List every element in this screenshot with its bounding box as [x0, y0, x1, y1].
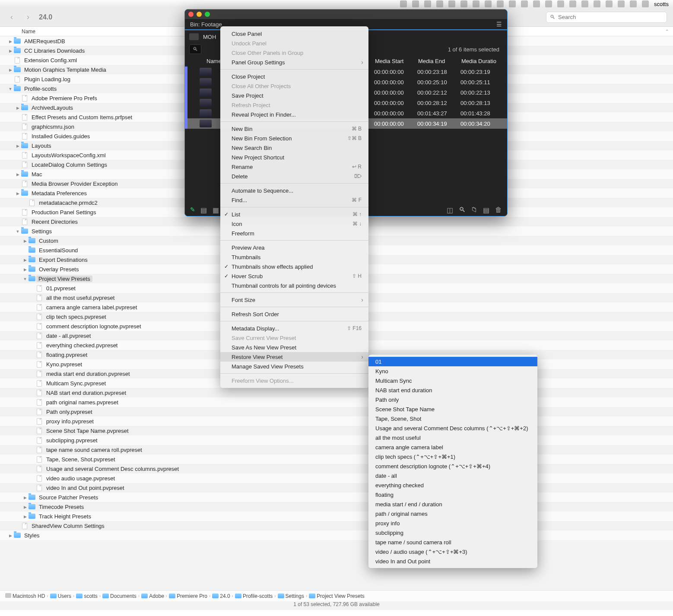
- submenu-item[interactable]: camera angle camera label: [368, 442, 537, 452]
- file-row[interactable]: Timecode Presets: [0, 502, 673, 511]
- menubar-icon[interactable]: [557, 0, 564, 7]
- find-icon[interactable]: 🔍︎: [459, 206, 466, 213]
- menu-item[interactable]: New Search Bin: [220, 143, 368, 152]
- file-row[interactable]: video In and Out point.pvpreset: [0, 483, 673, 492]
- submenu-item[interactable]: video / audio usage (⌃+⌥+⇧+⌘+3): [368, 547, 537, 556]
- file-row[interactable]: Usage and several Comment Desc columns.p…: [0, 464, 673, 473]
- close-window-button[interactable]: [188, 12, 194, 17]
- new-item-icon[interactable]: ▤: [483, 206, 490, 213]
- zoom-window-button[interactable]: [205, 12, 210, 17]
- file-row[interactable]: path original names.pvpreset: [0, 397, 673, 407]
- path-bar[interactable]: Macintosh HD›Users›scotts›Documents›Adob…: [0, 590, 673, 601]
- submenu-item[interactable]: path / original names: [368, 509, 537, 518]
- menu-item[interactable]: Hover Scrub⇧ H: [220, 271, 368, 281]
- disclosure-arrow-icon[interactable]: [22, 267, 28, 272]
- panel-menu-icon[interactable]: ☰: [496, 21, 502, 28]
- icon-view-icon[interactable]: ▦: [213, 206, 219, 213]
- file-row[interactable]: subclipping.pvpreset: [0, 435, 673, 445]
- menubar-icon[interactable]: [485, 0, 492, 7]
- menu-item[interactable]: Manage Saved View Presets: [220, 362, 368, 371]
- menu-item[interactable]: Save Project: [220, 91, 368, 100]
- menubar-icon[interactable]: [400, 0, 407, 7]
- file-row[interactable]: Styles: [0, 530, 673, 540]
- menu-item[interactable]: Save As New View Preset: [220, 343, 368, 352]
- submenu-item[interactable]: date - all: [368, 471, 537, 480]
- disclosure-arrow-icon[interactable]: [22, 514, 28, 519]
- menu-item[interactable]: Font Size: [220, 295, 368, 305]
- menubar-icon[interactable]: [545, 0, 552, 7]
- menu-item[interactable]: New Bin From Selection⇧⌘ B: [220, 133, 368, 143]
- search-input[interactable]: [558, 14, 663, 20]
- disclosure-arrow-icon[interactable]: [8, 86, 13, 91]
- menu-item[interactable]: Refresh Sort Order: [220, 309, 368, 319]
- submenu-item[interactable]: Usage and several Comment Desc columns (…: [368, 423, 537, 433]
- menubar-icon[interactable]: [509, 0, 516, 7]
- path-segment[interactable]: Users: [50, 593, 71, 599]
- menubar-icon[interactable]: [642, 0, 649, 7]
- menu-item[interactable]: Close Project: [220, 72, 368, 81]
- menu-item[interactable]: Panel Group Settings: [220, 57, 368, 67]
- disclosure-arrow-icon[interactable]: [15, 191, 20, 196]
- menu-item[interactable]: List⌘ ↑: [220, 210, 368, 219]
- submenu-item[interactable]: video In and Out point: [368, 556, 537, 566]
- submenu-item[interactable]: Multicam Sync: [368, 376, 537, 385]
- menu-item[interactable]: Automate to Sequence...: [220, 186, 368, 195]
- disclosure-arrow-icon[interactable]: [22, 276, 28, 281]
- trash-icon[interactable]: 🗑︎: [495, 206, 502, 213]
- menubar-icon[interactable]: [618, 0, 625, 7]
- submenu-item[interactable]: comment description lognote (⌃+⌥+⇧+⌘+4): [368, 461, 537, 471]
- search-field[interactable]: 🔍︎: [546, 12, 667, 23]
- submenu-item[interactable]: everything checked: [368, 480, 537, 490]
- disclosure-arrow-icon[interactable]: [8, 39, 13, 44]
- submenu-item[interactable]: 01: [368, 357, 537, 366]
- disclosure-arrow-icon[interactable]: [8, 48, 13, 53]
- disclosure-arrow-icon[interactable]: [22, 257, 28, 262]
- menu-item[interactable]: Delete⌦: [220, 171, 368, 181]
- submenu-item[interactable]: proxy info: [368, 518, 537, 528]
- menubar-icon[interactable]: [533, 0, 540, 7]
- disclosure-arrow-icon[interactable]: [15, 105, 20, 110]
- menubar-icon[interactable]: [581, 0, 588, 7]
- menubar-icon[interactable]: [521, 0, 528, 7]
- menu-item[interactable]: New Project Shortcut: [220, 152, 368, 162]
- menubar-icon[interactable]: [569, 0, 576, 7]
- menu-item[interactable]: Find...⌘ F: [220, 195, 368, 205]
- file-row[interactable]: Tape, Scene, Shot.pvpreset: [0, 454, 673, 464]
- menubar-icon[interactable]: [412, 0, 419, 7]
- menubar-icon[interactable]: [460, 0, 467, 7]
- menu-item[interactable]: Icon⌘ ↓: [220, 219, 368, 229]
- menubar-icon[interactable]: [473, 0, 479, 7]
- minimize-window-button[interactable]: [197, 12, 202, 17]
- zoom-slider-icon[interactable]: ◫: [447, 206, 454, 213]
- menu-item[interactable]: Thumbnails: [220, 252, 368, 262]
- disclosure-arrow-icon[interactable]: [15, 229, 20, 234]
- submenu-item[interactable]: subclipping: [368, 528, 537, 537]
- menu-item[interactable]: Restore View Preset: [220, 352, 368, 362]
- file-row[interactable]: NAB start end duration.pvpreset: [0, 388, 673, 397]
- menu-item[interactable]: Preview Area: [220, 243, 368, 252]
- path-segment[interactable]: scotts: [76, 593, 97, 599]
- menu-item[interactable]: Rename↩︎ R: [220, 162, 368, 171]
- submenu-item[interactable]: all the most useful: [368, 433, 537, 442]
- submenu-item[interactable]: tape name / sound camera roll: [368, 537, 537, 547]
- disclosure-arrow-icon[interactable]: [15, 143, 20, 148]
- file-row[interactable]: SharedView Column Settings: [0, 521, 673, 530]
- edit-pencil-icon[interactable]: ✎: [190, 206, 195, 213]
- path-segment[interactable]: Project View Presets: [309, 593, 365, 599]
- submenu-item[interactable]: floating: [368, 490, 537, 499]
- menu-item[interactable]: New Bin⌘ B: [220, 124, 368, 133]
- forward-button[interactable]: ›: [22, 12, 34, 23]
- submenu-item[interactable]: Tape, Scene, Shot: [368, 414, 537, 423]
- submenu-item[interactable]: NAB start end duration: [368, 385, 537, 395]
- menubar-icon[interactable]: [606, 0, 613, 7]
- disclosure-arrow-icon[interactable]: [15, 172, 20, 177]
- back-button[interactable]: ‹: [6, 12, 17, 23]
- disclosure-arrow-icon[interactable]: [22, 505, 28, 509]
- file-row[interactable]: Path only.pvpreset: [0, 407, 673, 416]
- menu-item[interactable]: Thumbnail controls for all pointing devi…: [220, 281, 368, 290]
- file-row[interactable]: Track Height Presets: [0, 511, 673, 521]
- file-row[interactable]: video audio usage.pvpreset: [0, 473, 673, 483]
- menu-item[interactable]: Metadata Display...⇧ F16: [220, 324, 368, 333]
- menubar-icon[interactable]: [630, 0, 637, 7]
- disclosure-arrow-icon[interactable]: [8, 533, 13, 538]
